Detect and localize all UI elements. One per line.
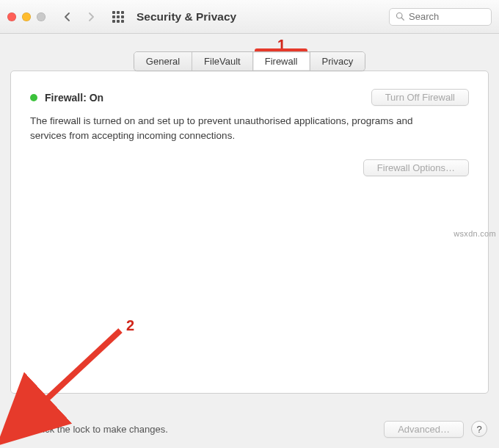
search-icon	[396, 10, 404, 24]
tab-general[interactable]: General	[134, 52, 192, 71]
tab-bar: General FileVault Firewall Privacy	[7, 51, 492, 71]
tab-filevault[interactable]: FileVault	[192, 52, 253, 71]
forward-button[interactable]	[82, 8, 100, 26]
firewall-panel: Firewall: On Turn Off Firewall The firew…	[10, 71, 489, 394]
lock-icon	[12, 419, 26, 439]
source-watermark: wsxdn.com	[454, 229, 496, 238]
svg-line-1	[401, 18, 404, 20]
firewall-status-label: Firewall: On	[45, 92, 103, 104]
search-input[interactable]	[409, 11, 485, 22]
back-button[interactable]	[59, 8, 76, 26]
firewall-description: The firewall is turned on and set up to …	[30, 114, 441, 142]
minimize-window-button[interactable]	[22, 12, 31, 21]
tab-firewall[interactable]: Firewall	[253, 52, 310, 71]
lock-hint-label: Click the lock to make changes.	[34, 424, 168, 435]
advanced-button[interactable]: Advanced…	[384, 421, 464, 438]
zoom-window-button[interactable]	[37, 12, 45, 21]
show-all-preferences-button[interactable]	[110, 9, 126, 25]
close-window-button[interactable]	[7, 12, 16, 21]
window-title: Security & Privacy	[136, 10, 236, 24]
footer-bar: Click the lock to make changes. Advanced…	[0, 410, 499, 448]
firewall-status-indicator-icon	[30, 94, 37, 101]
help-button[interactable]: ?	[471, 421, 487, 437]
search-field[interactable]	[389, 8, 492, 26]
preference-pane-body: General FileVault Firewall Privacy Firew…	[0, 34, 499, 410]
tab-privacy[interactable]: Privacy	[310, 52, 365, 71]
window-controls	[7, 12, 45, 21]
firewall-options-button[interactable]: Firewall Options…	[363, 159, 469, 176]
window-titlebar: Security & Privacy	[0, 0, 499, 34]
lock-control[interactable]: Click the lock to make changes.	[12, 419, 168, 439]
turn-off-firewall-button[interactable]: Turn Off Firewall	[371, 89, 469, 106]
